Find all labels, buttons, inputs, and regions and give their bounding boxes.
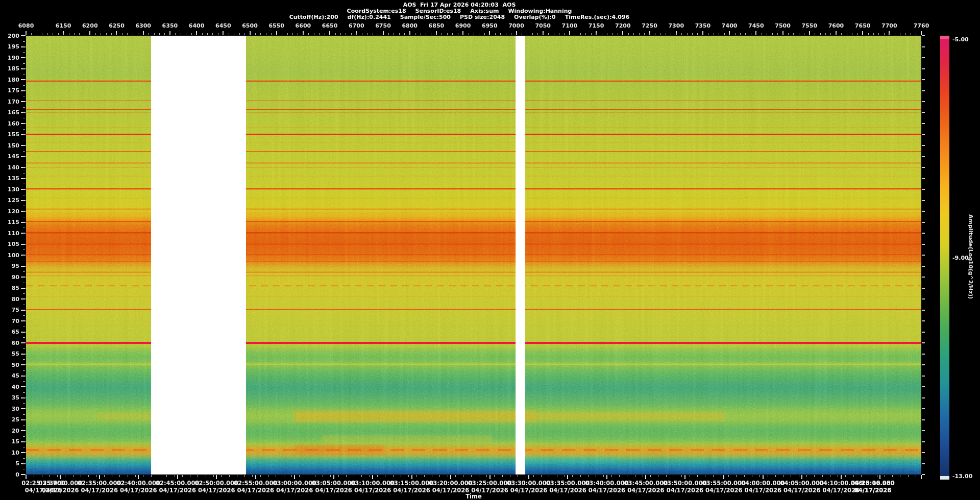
right-edge-major-tick xyxy=(922,298,925,299)
right-edge-major-tick xyxy=(922,46,925,47)
time-axis-major-tick xyxy=(26,475,27,479)
time-axis-major-tick xyxy=(216,475,217,479)
time-axis-tick-label: 04:00:00.000 xyxy=(741,480,785,487)
right-edge-major-tick xyxy=(922,419,925,420)
freq-axis-tick-label: 55 xyxy=(0,351,19,357)
right-edge-major-tick xyxy=(922,101,925,102)
time-axis-date-label: 04/17/2026 xyxy=(354,487,391,494)
time-axis-major-tick xyxy=(645,475,646,479)
top-axis-tick-label: 7550 xyxy=(801,22,817,29)
time-axis-major-tick xyxy=(921,475,922,479)
right-edge-major-tick xyxy=(922,463,925,464)
time-axis-major-tick xyxy=(684,475,685,479)
right-edge-major-tick xyxy=(922,288,925,289)
freq-axis-tick-label: 130 xyxy=(0,186,19,193)
top-axis-tick-label: 7000 xyxy=(508,22,524,29)
freq-axis-tick-label: 70 xyxy=(0,318,19,324)
freq-axis-tick-label: 75 xyxy=(0,307,19,313)
time-axis-major-tick xyxy=(372,475,373,479)
freq-axis-tick-label: 25 xyxy=(0,416,19,423)
colorbar-bottom-cap xyxy=(940,476,949,480)
time-axis-date-label: 04/17/2026 xyxy=(667,487,703,494)
data-gap xyxy=(151,36,246,474)
right-edge-major-tick xyxy=(922,156,925,157)
top-axis-tick-label: 6300 xyxy=(135,22,151,29)
top-axis-tick-label: 7100 xyxy=(562,22,578,29)
time-axis-date-label: 04/17/2026 xyxy=(745,487,781,494)
freq-axis-tick-label: 200 xyxy=(0,33,19,39)
time-axis-major-tick xyxy=(177,475,178,479)
time-axis-tick-label: 03:45:00.000 xyxy=(624,480,668,487)
time-axis-major-tick xyxy=(60,475,61,479)
time-axis-date-label: 04/17/2026 xyxy=(198,487,235,494)
time-axis-major-tick xyxy=(489,475,491,479)
colorbar-tick-label: -13.00 xyxy=(952,473,979,480)
time-axis-title: Time xyxy=(465,493,482,500)
time-axis-major-tick xyxy=(801,475,802,479)
time-axis-date-label: 04/17/2026 xyxy=(237,487,274,494)
top-axis-tick-label: 6750 xyxy=(375,22,391,29)
time-axis-major-tick xyxy=(138,475,139,479)
freq-axis-tick-label: 105 xyxy=(0,241,19,247)
time-axis-tick-label: 02:30:00.000 xyxy=(39,480,83,487)
param-item: df(Hz):0.2441 xyxy=(348,14,391,20)
freq-axis-tick-label: 45 xyxy=(0,372,19,379)
time-axis-tick-label: 03:25:00.000 xyxy=(468,480,512,487)
top-axis-tick-label: 6080 xyxy=(18,22,34,29)
right-edge-major-tick xyxy=(922,255,925,256)
right-edge-major-tick xyxy=(922,430,925,431)
freq-axis-tick-label: 15 xyxy=(0,438,19,445)
freq-axis-tick-label: 115 xyxy=(0,219,19,226)
freq-axis-tick-label: 145 xyxy=(0,153,19,160)
top-axis-tick-label: 6250 xyxy=(109,22,125,29)
right-edge-major-tick xyxy=(922,123,925,124)
freq-axis-tick-label: 0 xyxy=(0,471,19,478)
right-edge-major-tick xyxy=(922,310,925,311)
freq-axis-tick-label: 140 xyxy=(0,164,19,171)
top-axis-tick-label: 6700 xyxy=(349,22,364,29)
time-axis-major-tick xyxy=(411,475,412,479)
freq-axis-tick-label: 20 xyxy=(0,428,19,434)
time-axis-tick-label: 03:20:00.000 xyxy=(429,480,473,487)
freq-axis-tick-label: 185 xyxy=(0,65,19,72)
time-axis-tick-label: 02:45:00.000 xyxy=(156,480,200,487)
freq-axis-tick-label: 170 xyxy=(0,98,19,105)
time-axis-tick-label: 03:30:00.000 xyxy=(507,480,551,487)
time-axis-tick-label: 02:55:00.000 xyxy=(234,480,278,487)
colorbar-tick-label: -5.00 xyxy=(952,36,979,43)
time-axis-tick-label: 03:05:00.000 xyxy=(312,480,356,487)
time-axis-tick-label: 03:40:00.000 xyxy=(585,480,629,487)
top-axis-tick-label: 7150 xyxy=(589,22,604,29)
freq-axis-tick-label: 60 xyxy=(0,340,19,346)
right-edge-major-tick xyxy=(922,211,925,212)
top-axis-tick-label: 6450 xyxy=(215,22,231,29)
param-item: Cuttoff(Hz):200 xyxy=(289,14,338,20)
time-axis-major-tick xyxy=(606,475,607,479)
time-axis-major-tick xyxy=(763,475,764,479)
freq-axis-tick-label: 80 xyxy=(0,296,19,303)
time-axis-major-tick xyxy=(333,475,334,479)
time-axis-major-tick xyxy=(255,475,256,479)
time-axis-major-tick xyxy=(294,475,295,479)
right-edge-major-tick xyxy=(922,364,925,365)
colorbar-axis-label: Amplitude(Log10(g^2/Hz)) xyxy=(967,214,974,299)
time-axis-date-label: 04/17/2026 xyxy=(42,487,79,494)
top-axis-tick-label: 6950 xyxy=(482,22,498,29)
right-edge-major-tick xyxy=(922,134,925,135)
spectrogram-canvas[interactable] xyxy=(26,36,921,474)
freq-axis-tick-label: 120 xyxy=(0,208,19,215)
time-axis-tick-label: 02:50:00.000 xyxy=(194,480,238,487)
right-edge-major-tick xyxy=(922,474,925,475)
time-axis-date-label: 04/17/2026 xyxy=(120,487,157,494)
right-edge-major-tick xyxy=(922,90,925,91)
freq-axis-tick-label: 165 xyxy=(0,109,19,116)
time-axis-tick-label: 03:15:00.000 xyxy=(390,480,434,487)
param-item: Sample/Sec:500 xyxy=(400,14,451,20)
time-axis-major-tick xyxy=(528,475,529,479)
freq-axis-tick-label: 110 xyxy=(0,230,19,237)
right-edge-major-tick xyxy=(922,397,925,398)
time-axis-date-label: 04/17/2026 xyxy=(854,487,891,494)
time-axis-date-label: 04/17/2026 xyxy=(159,487,196,494)
time-axis-tick-label: 03:50:00.000 xyxy=(663,480,707,487)
time-axis-date-label: 04/17/2026 xyxy=(627,487,664,494)
